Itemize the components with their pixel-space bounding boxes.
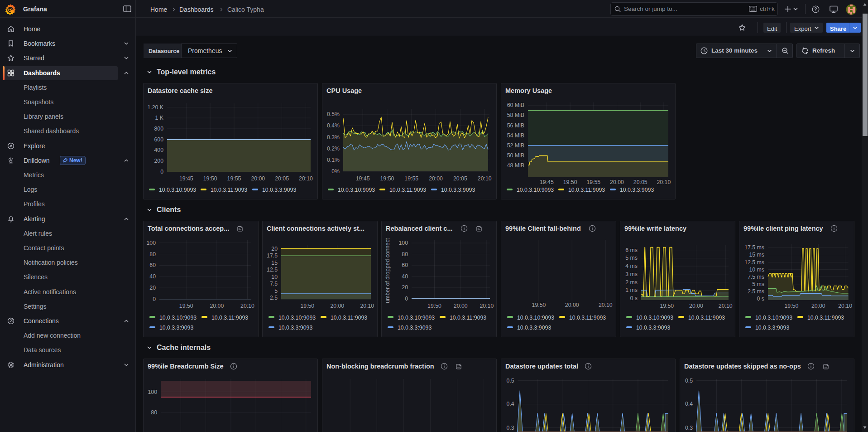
svg-text:19:50: 19:50: [380, 175, 394, 182]
svg-text:0.4: 0.4: [685, 401, 693, 407]
svg-text:40: 40: [149, 273, 156, 280]
svg-text:20:10: 20:10: [657, 179, 671, 185]
svg-text:0: 0: [153, 296, 156, 302]
svg-text:19:50: 19:50: [300, 303, 314, 309]
svg-text:20:05: 20:05: [453, 175, 467, 182]
svg-text:19:50: 19:50: [563, 179, 577, 185]
svg-text:19:55: 19:55: [404, 175, 418, 182]
svg-text:600: 600: [154, 136, 163, 143]
svg-text:100: 100: [148, 389, 157, 395]
svg-text:20:00: 20:00: [454, 303, 468, 309]
svg-text:60: 60: [149, 262, 156, 268]
svg-text:umber of dropped connect: umber of dropped connect: [384, 238, 391, 303]
svg-text:0.4%: 0.4%: [327, 122, 340, 129]
svg-text:0.2%: 0.2%: [327, 146, 340, 152]
svg-text:54 MiB: 54 MiB: [507, 132, 524, 139]
svg-text:19:50: 19:50: [427, 303, 441, 309]
svg-text:20:00: 20:00: [251, 175, 265, 182]
svg-text:19:50: 19:50: [785, 303, 799, 309]
svg-text:17.5: 17.5: [267, 252, 278, 259]
svg-text:10: 10: [271, 274, 278, 280]
svg-text:20:05: 20:05: [275, 175, 289, 182]
svg-text:40: 40: [402, 273, 408, 280]
svg-text:20:00: 20:00: [330, 303, 344, 309]
svg-text:0.5: 0.5: [506, 378, 514, 384]
svg-text:19:50: 19:50: [179, 303, 193, 309]
svg-text:80: 80: [402, 251, 408, 257]
svg-text:0 s: 0 s: [757, 296, 764, 302]
svg-text:0.1%: 0.1%: [327, 157, 340, 163]
svg-text:800: 800: [154, 126, 163, 132]
svg-text:60 MiB: 60 MiB: [507, 102, 524, 108]
svg-text:20:00: 20:00: [811, 303, 825, 309]
svg-text:0 s: 0 s: [630, 295, 638, 301]
svg-text:60: 60: [402, 262, 408, 268]
svg-text:0.3: 0.3: [685, 425, 693, 431]
svg-text:20:05: 20:05: [633, 179, 647, 185]
svg-text:56 MiB: 56 MiB: [507, 122, 524, 129]
svg-text:2.5 ms: 2.5 ms: [748, 288, 764, 295]
svg-text:0.3: 0.3: [506, 425, 514, 431]
svg-text:58 MiB: 58 MiB: [507, 112, 524, 118]
svg-text:17.5 ms: 17.5 ms: [744, 244, 764, 251]
svg-text:12.5: 12.5: [267, 267, 278, 273]
svg-text:400: 400: [154, 147, 163, 153]
svg-text:200: 200: [154, 158, 163, 164]
svg-text:20:10: 20:10: [299, 175, 313, 182]
svg-text:20:00: 20:00: [210, 303, 224, 309]
svg-text:20:00: 20:00: [610, 179, 624, 185]
svg-text:5: 5: [274, 288, 278, 294]
svg-text:19:50: 19:50: [203, 175, 217, 182]
svg-text:0.4: 0.4: [506, 401, 514, 407]
svg-text:80: 80: [149, 251, 156, 257]
svg-text:80: 80: [151, 409, 157, 416]
svg-text:1 ms: 1 ms: [625, 287, 638, 293]
svg-text:20:10: 20:10: [240, 303, 254, 309]
svg-text:0%: 0%: [331, 168, 340, 175]
svg-text:0.5: 0.5: [685, 378, 693, 384]
svg-text:20:00: 20:00: [429, 175, 443, 182]
svg-text:20:10: 20:10: [480, 303, 494, 309]
svg-text:20:00: 20:00: [565, 302, 579, 308]
svg-text:0: 0: [405, 296, 408, 302]
svg-text:15 ms: 15 ms: [749, 252, 765, 258]
svg-text:0: 0: [160, 169, 163, 175]
svg-text:5 ms: 5 ms: [752, 281, 764, 287]
svg-text:12.5 ms: 12.5 ms: [744, 259, 764, 266]
svg-text:6 ms: 6 ms: [625, 247, 638, 253]
svg-text:20:10: 20:10: [719, 303, 733, 309]
svg-text:15: 15: [271, 260, 278, 266]
svg-text:20:00: 20:00: [689, 303, 703, 309]
svg-text:100: 100: [398, 240, 408, 246]
svg-text:19:45: 19:45: [540, 179, 554, 185]
svg-text:20:10: 20:10: [838, 303, 852, 309]
svg-text:7.5 ms: 7.5 ms: [748, 274, 764, 280]
svg-text:0.3%: 0.3%: [327, 134, 340, 141]
svg-text:1 K: 1 K: [155, 115, 164, 121]
svg-text:19:45: 19:45: [356, 175, 370, 182]
svg-text:20: 20: [402, 284, 408, 291]
svg-text:7.5: 7.5: [270, 281, 278, 287]
svg-text:48 MiB: 48 MiB: [507, 162, 524, 169]
svg-text:2.5: 2.5: [270, 295, 278, 301]
svg-text:2 ms: 2 ms: [625, 279, 638, 286]
svg-text:0.5%: 0.5%: [327, 111, 340, 117]
svg-text:19:55: 19:55: [586, 179, 600, 185]
svg-text:19:50: 19:50: [660, 303, 674, 309]
svg-text:10 ms: 10 ms: [749, 267, 765, 273]
svg-text:5 ms: 5 ms: [625, 255, 638, 261]
svg-text:20: 20: [271, 246, 278, 252]
svg-text:19:55: 19:55: [227, 175, 241, 182]
svg-text:4 ms: 4 ms: [625, 263, 638, 269]
svg-text:19:45: 19:45: [179, 175, 193, 182]
svg-text:20:10: 20:10: [599, 302, 613, 308]
svg-text:1.20 K: 1.20 K: [147, 104, 163, 111]
svg-text:19:50: 19:50: [532, 302, 546, 308]
svg-text:52 MiB: 52 MiB: [507, 142, 524, 149]
svg-text:20:10: 20:10: [478, 175, 492, 182]
svg-text:20: 20: [149, 285, 156, 291]
svg-text:20:10: 20:10: [360, 303, 374, 309]
svg-text:50 MiB: 50 MiB: [507, 152, 524, 159]
svg-text:100: 100: [146, 240, 156, 246]
svg-text:3 ms: 3 ms: [625, 271, 638, 277]
